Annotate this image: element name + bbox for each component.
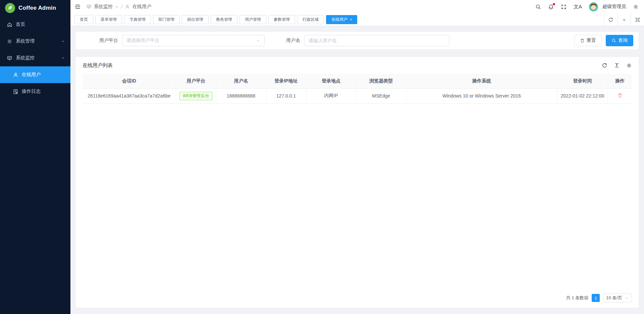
breadcrumb-level2: 在线用户 bbox=[132, 4, 151, 10]
user-icon bbox=[125, 4, 130, 9]
refresh-icon[interactable] bbox=[602, 63, 607, 68]
tab-label: 字典管理 bbox=[129, 17, 146, 22]
app-logo: Coffee Admin bbox=[0, 0, 70, 16]
monitor-icon bbox=[7, 55, 12, 61]
column-settings-gear-icon[interactable] bbox=[626, 63, 632, 68]
reset-button-label: 重置 bbox=[587, 38, 596, 44]
sidebar-item-label: 在线用户 bbox=[22, 72, 41, 78]
sidebar-item-label: 操作日志 bbox=[22, 88, 41, 95]
col-session-id: 会话ID bbox=[83, 74, 176, 88]
cell-actions bbox=[608, 88, 632, 103]
app-title: Coffee Admin bbox=[18, 5, 56, 11]
tab-label: 角色管理 bbox=[216, 17, 232, 22]
log-document-icon bbox=[13, 89, 18, 95]
sidebar-item-label: 系统监控 bbox=[16, 55, 35, 61]
col-username: 用户名 bbox=[216, 74, 266, 88]
notification-bell-icon[interactable] bbox=[548, 4, 554, 10]
username-label: 用户名 bbox=[286, 38, 300, 44]
table-row: 26118e6169aa41a387aa3ca7a7d2a6be WEB管理后台… bbox=[83, 88, 632, 103]
notification-badge bbox=[553, 3, 555, 5]
sidebar-item-system-manage[interactable]: 系统管理 bbox=[0, 33, 70, 50]
topbar: 系统监控 / 在线用户 bbox=[70, 0, 644, 13]
col-platform: 用户平台 bbox=[176, 74, 216, 88]
refresh-icon[interactable] bbox=[604, 13, 617, 26]
chevron-down-icon[interactable] bbox=[115, 5, 119, 9]
tab-label: 用户管理 bbox=[245, 17, 261, 22]
page-size-label: 10 条/页 bbox=[606, 295, 622, 301]
tab-param-manage[interactable]: 参数管理 bbox=[268, 15, 295, 24]
tab-user-manage[interactable]: 用户管理 bbox=[239, 15, 266, 24]
cell-location: 内网IP bbox=[306, 88, 356, 103]
chevron-down-icon[interactable] bbox=[617, 13, 631, 26]
col-actions: 操作 bbox=[608, 74, 632, 88]
sidebar-item-home[interactable]: 首页 bbox=[0, 16, 70, 33]
col-browser: 浏览器类型 bbox=[356, 74, 406, 88]
chevron-down-icon bbox=[61, 39, 65, 43]
tabbar-controls bbox=[604, 13, 644, 26]
tab-close-icon[interactable]: × bbox=[350, 18, 352, 21]
avatar[interactable] bbox=[589, 2, 598, 11]
username-input[interactable] bbox=[304, 35, 449, 46]
search-button[interactable]: 查询 bbox=[606, 35, 633, 46]
card-title: 在线用户列表 bbox=[83, 62, 113, 69]
trash-icon bbox=[580, 38, 585, 43]
online-users-table: 会话ID 用户平台 用户名 登录IP地址 登录地点 浏览器类型 操作系统 登录时… bbox=[83, 74, 632, 104]
gear-icon bbox=[7, 39, 12, 44]
chevron-up-icon bbox=[61, 56, 65, 60]
breadcrumb: 系统监控 / 在线用户 bbox=[86, 4, 151, 10]
tab-menu-manage[interactable]: 菜单管理 bbox=[95, 15, 122, 24]
tab-dept-manage[interactable]: 部门管理 bbox=[153, 15, 180, 24]
content-area: 用户平台 请选择用户平台 用户名 bbox=[70, 26, 644, 314]
stretch-icon[interactable] bbox=[614, 63, 620, 68]
search-button-label: 查询 bbox=[618, 38, 628, 44]
cell-os: Windows 10 or Windows Server 2016 bbox=[406, 88, 557, 103]
settings-gear-icon[interactable] bbox=[633, 4, 639, 10]
delete-row-trash-icon[interactable] bbox=[618, 93, 623, 98]
user-name[interactable]: 超级管理员 bbox=[602, 4, 626, 10]
sidebar-item-system-monitor[interactable]: 系统监控 bbox=[0, 50, 70, 66]
platform-select[interactable]: 请选择用户平台 bbox=[122, 35, 265, 46]
col-os: 操作系统 bbox=[406, 74, 557, 88]
page-size-select[interactable]: 10 条/页 bbox=[603, 294, 632, 302]
sidebar-item-operation-logs[interactable]: 操作日志 bbox=[0, 83, 70, 100]
tab-home[interactable]: 首页 bbox=[74, 15, 93, 24]
col-location: 登录地点 bbox=[306, 74, 356, 88]
platform-tag: WEB管理后台 bbox=[179, 92, 212, 100]
breadcrumb-level1[interactable]: 系统监控 bbox=[94, 4, 113, 10]
filter-card: 用户平台 请选择用户平台 用户名 bbox=[76, 32, 639, 49]
cell-login-time: 2022-01-02 22:12:00 bbox=[557, 88, 608, 103]
tab-dict-manage[interactable]: 字典管理 bbox=[124, 15, 151, 24]
monitor-icon bbox=[86, 4, 92, 9]
tab-role-manage[interactable]: 角色管理 bbox=[211, 15, 237, 24]
tab-label: 菜单管理 bbox=[101, 17, 117, 22]
table-header-row: 会话ID 用户平台 用户名 登录IP地址 登录地点 浏览器类型 操作系统 登录时… bbox=[83, 74, 632, 88]
sidebar: Coffee Admin 首页 系统管理 bbox=[0, 0, 70, 314]
maximize-icon[interactable] bbox=[631, 13, 644, 26]
cell-platform: WEB管理后台 bbox=[176, 88, 216, 103]
pagination-total: 共 1 条数据 bbox=[566, 295, 588, 301]
sidebar-item-label: 系统管理 bbox=[16, 38, 35, 44]
cell-browser: MSEdge bbox=[356, 88, 406, 103]
leaf-logo-icon bbox=[5, 3, 15, 13]
tab-label: 首页 bbox=[80, 17, 88, 22]
app-root: Coffee Admin 首页 系统管理 bbox=[0, 0, 644, 314]
translate-icon[interactable]: 文A bbox=[574, 4, 582, 10]
chevron-down-icon bbox=[256, 39, 260, 43]
reset-button[interactable]: 重置 bbox=[574, 35, 602, 46]
search-icon[interactable] bbox=[535, 4, 541, 10]
tab-label: 岗位管理 bbox=[187, 17, 203, 22]
sidebar-item-online-users[interactable]: 在线用户 bbox=[0, 66, 70, 83]
tab-online-users-active[interactable]: 在线用户 × bbox=[326, 15, 357, 24]
sidebar-item-label: 首页 bbox=[16, 21, 25, 27]
home-icon bbox=[7, 22, 12, 27]
page-number-button[interactable]: 1 bbox=[592, 294, 600, 302]
cell-session-id: 26118e6169aa41a387aa3ca7a7d2a6be bbox=[83, 88, 176, 103]
cell-ip: 127.0.0.1 bbox=[266, 88, 306, 103]
search-icon bbox=[611, 38, 616, 43]
fullscreen-icon[interactable] bbox=[561, 4, 567, 10]
sidebar-collapse-icon[interactable] bbox=[75, 4, 81, 10]
tab-post-manage[interactable]: 岗位管理 bbox=[182, 15, 209, 24]
main-area: 系统监控 / 在线用户 bbox=[70, 0, 644, 314]
tab-admin-region[interactable]: 行政区域 bbox=[297, 15, 324, 24]
tab-label: 部门管理 bbox=[158, 17, 174, 22]
